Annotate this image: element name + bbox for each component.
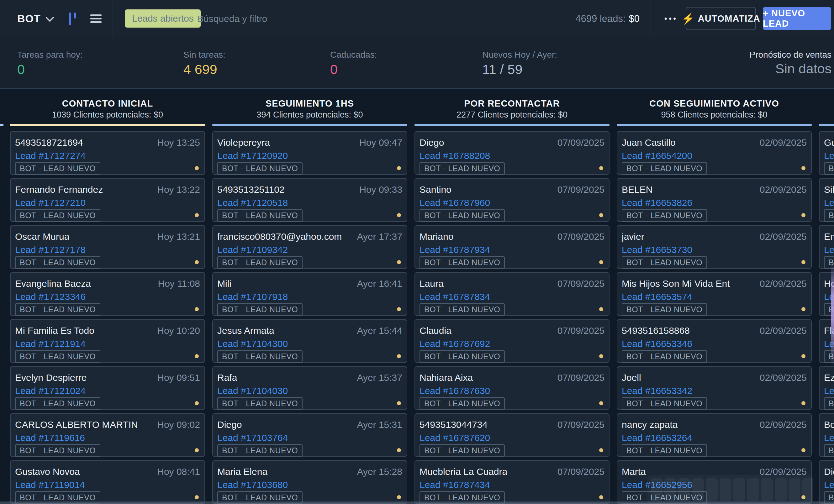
lead-link[interactable]: Lead #16654200 <box>622 151 692 161</box>
lead-name: Marta <box>622 466 646 477</box>
lead-card[interactable]: ViolepereyraHoy 09:47Lead #17120920BOT -… <box>212 131 407 175</box>
automate-button[interactable]: ⚡ AUTOMATIZA <box>686 7 756 30</box>
lead-link[interactable]: Lead #17103680 <box>217 480 288 490</box>
lead-card[interactable]: Gustavo NovoaHoy 08:41Lead #17119014BOT … <box>10 460 205 504</box>
lead-card[interactable]: Mis Hijos Son Mi Vida Ent02/09/2025Lead … <box>617 272 812 316</box>
lead-card[interactable]: Diego07/09/2025Lead #16788208BOT - LEAD … <box>415 131 610 175</box>
lead-card[interactable]: Claudia07/09/2025Lead #16787692BOT - LEA… <box>415 319 610 363</box>
lead-card[interactable]: DieLead #BOT - LEAD NUEVO <box>819 460 834 504</box>
lead-card[interactable]: 549351304473407/09/2025Lead #16787620BOT… <box>415 413 610 457</box>
lead-card[interactable]: Evangelina BaezaHoy 11:08Lead #17123346B… <box>10 272 205 316</box>
lead-link[interactable]: Lead #16787934 <box>419 245 490 255</box>
lead-link[interactable]: Lead #17120518 <box>217 198 288 208</box>
list-view-icon[interactable] <box>90 15 102 23</box>
lead-card[interactable]: Maria ElenaAyer 15:28Lead #17103680BOT -… <box>212 460 407 504</box>
pipeline-board: CONTACTO INICIAL1039 Clientes potenciale… <box>0 89 834 504</box>
leads-sum: $0 <box>629 13 640 24</box>
lead-link[interactable]: Lead #17123346 <box>15 292 86 302</box>
lead-card[interactable]: Oscar MuruaHoy 13:21Lead #17127178BOT - … <box>10 225 205 269</box>
lead-link[interactable]: Lead #16653730 <box>622 245 692 255</box>
lead-card[interactable]: EmaLead #BOT - LEAD NUEVO <box>819 225 834 269</box>
lead-link[interactable]: Lead #16653826 <box>622 198 692 208</box>
lead-card[interactable]: BeleLead #BOT - LEAD NUEVO <box>819 413 834 457</box>
lead-card[interactable]: francisco080370@yahoo.comAyer 17:37Lead … <box>212 225 407 269</box>
lead-card[interactable]: RafaAyer 15:37Lead #17104030BOT - LEAD N… <box>212 366 407 410</box>
lead-link[interactable]: Lead #17127210 <box>15 198 86 208</box>
lead-card[interactable]: Joell02/09/2025Lead #16653342BOT - LEAD … <box>617 366 812 410</box>
lead-card[interactable]: Laura07/09/2025Lead #16787834BOT - LEAD … <box>415 272 610 316</box>
lead-link[interactable]: Lead #16653346 <box>622 339 692 349</box>
lead-link[interactable]: Lead # <box>824 480 834 490</box>
lead-date: Ayer 16:41 <box>357 278 402 289</box>
divider <box>113 0 113 37</box>
lead-link[interactable]: Lead #16787834 <box>419 292 490 302</box>
lead-tag: BOT - LEAD NUEVO <box>15 444 100 457</box>
lead-card[interactable]: BELEN02/09/2025Lead #16653826BOT - LEAD … <box>617 178 812 222</box>
lead-link[interactable]: Lead # <box>824 198 834 208</box>
status-dot <box>195 213 199 217</box>
lead-link[interactable]: Lead #16653342 <box>622 386 692 396</box>
lead-link[interactable]: Lead # <box>824 433 834 443</box>
lead-card[interactable]: CARLOS ALBERTO MARTINHoy 09:02Lead #1711… <box>10 413 205 457</box>
lead-card[interactable]: 5493513251102Hoy 09:33Lead #17120518BOT … <box>212 178 407 222</box>
lead-name: nancy zapata <box>622 419 678 430</box>
lead-card-header: Gus <box>824 137 834 148</box>
lead-link[interactable]: Lead #16787620 <box>419 433 490 443</box>
status-dot <box>195 307 199 311</box>
lead-card[interactable]: Evelyn DespierreHoy 09:51Lead #17121024B… <box>10 366 205 410</box>
search-input[interactable]: Búsqueda y filtro <box>197 0 267 37</box>
leads-open-tab[interactable]: Leads abiertos <box>125 9 201 28</box>
lead-tag: BOT - LEAD NUEVO <box>419 256 505 269</box>
lead-link[interactable]: Lead #17127274 <box>15 151 86 161</box>
lead-link[interactable]: Lead #16787630 <box>419 386 490 396</box>
lead-card-header: 5493513251102Hoy 09:33 <box>217 184 402 195</box>
lead-link[interactable]: Lead #16787960 <box>419 198 490 208</box>
new-lead-button[interactable]: + NUEVO LEAD <box>763 7 831 30</box>
lead-link[interactable]: Lead #17119616 <box>15 433 85 443</box>
tile <box>664 478 676 501</box>
lead-link[interactable]: Lead # <box>824 151 834 161</box>
lead-card[interactable]: 549351615886802/09/2025Lead #16653346BOT… <box>617 319 812 363</box>
lead-card[interactable]: DiegoAyer 15:31Lead #17103764BOT - LEAD … <box>212 413 407 457</box>
pipeline-column: CON SEGUIMIENTO ACTIVO958 Clientes poten… <box>617 89 812 504</box>
lead-card[interactable]: Jesus ArmataAyer 15:44Lead #17104300BOT … <box>212 319 407 363</box>
lead-card[interactable]: Santino07/09/2025Lead #16787960BOT - LEA… <box>415 178 610 222</box>
kanban-view-icon[interactable] <box>69 13 82 26</box>
lead-tag: BOT - LEAD NUEVO <box>622 209 707 222</box>
lead-card[interactable]: 5493518721694Hoy 13:25Lead #17127274BOT … <box>10 131 205 175</box>
lead-link[interactable]: Lead #16653264 <box>622 433 692 443</box>
lead-link[interactable]: Lead #17104300 <box>217 339 288 349</box>
lead-link[interactable]: Lead # <box>824 386 834 396</box>
lead-card[interactable]: EzeLead #BOT - LEAD NUEVO <box>819 366 834 410</box>
lead-card[interactable]: GusLead #BOT - LEAD NUEVO <box>819 131 834 175</box>
vertical-scroll-indicator[interactable] <box>831 263 834 367</box>
horizontal-scrollbar[interactable] <box>0 502 834 504</box>
lead-link[interactable]: Lead #17109342 <box>217 245 288 255</box>
lead-card[interactable]: Fernando FernandezHoy 13:22Lead #1712721… <box>10 178 205 222</box>
lead-card[interactable]: MiliAyer 16:41Lead #17107918BOT - LEAD N… <box>212 272 407 316</box>
lead-date: Hoy 09:51 <box>157 372 200 383</box>
lead-card[interactable]: Mi Familia Es TodoHoy 10:20Lead #1712191… <box>10 319 205 363</box>
lead-card[interactable]: Nahiara Aixa07/09/2025Lead #16787630BOT … <box>415 366 610 410</box>
lead-link[interactable]: Lead # <box>824 245 834 255</box>
pipeline-selector[interactable]: BOT <box>17 0 54 37</box>
lead-link[interactable]: Lead #17121024 <box>15 386 86 396</box>
lead-card[interactable]: Mariano07/09/2025Lead #16787934BOT - LEA… <box>415 225 610 269</box>
lead-card[interactable]: javier02/09/2025Lead #16653730BOT - LEAD… <box>617 225 812 269</box>
lead-link[interactable]: Lead #16788208 <box>419 151 490 161</box>
lead-link[interactable]: Lead #16653574 <box>622 292 692 302</box>
lead-card[interactable]: Muebleria La Cuadra07/09/2025Lead #16787… <box>415 460 610 504</box>
lead-link[interactable]: Lead #17104030 <box>217 386 288 396</box>
lead-card[interactable]: nancy zapata02/09/2025Lead #16653264BOT … <box>617 413 812 457</box>
more-menu-icon[interactable]: ••• <box>659 0 683 37</box>
lead-link[interactable]: Lead #17120920 <box>217 151 288 161</box>
lead-link[interactable]: Lead #16787434 <box>419 480 490 490</box>
lead-link[interactable]: Lead #17119014 <box>15 480 85 490</box>
lead-card[interactable]: SilvLead #BOT - LEAD NUEVO <box>819 178 834 222</box>
lead-link[interactable]: Lead #17127178 <box>15 245 86 255</box>
lead-link[interactable]: Lead #17103764 <box>217 433 288 443</box>
lead-link[interactable]: Lead #16787692 <box>419 339 490 349</box>
lead-card[interactable]: Juan Castillo02/09/2025Lead #16654200BOT… <box>617 131 812 175</box>
lead-link[interactable]: Lead #17107918 <box>217 292 288 302</box>
lead-link[interactable]: Lead #17121914 <box>15 339 86 349</box>
